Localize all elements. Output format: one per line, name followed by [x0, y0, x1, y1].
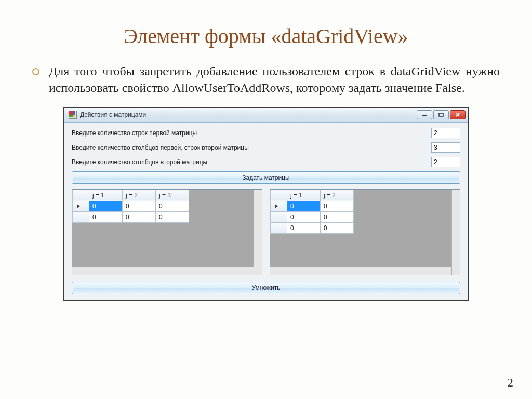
row-header[interactable]: [271, 201, 287, 211]
cell[interactable]: 0: [287, 211, 321, 222]
bullet-icon: [32, 68, 39, 75]
cell[interactable]: 0: [321, 211, 354, 222]
cell[interactable]: 0: [89, 211, 123, 222]
col-header[interactable]: j = 1: [287, 190, 321, 201]
row-header[interactable]: [73, 211, 89, 222]
col-header[interactable]: j = 2: [321, 190, 354, 201]
bullet-item: Для того чтобы запретить добавление поль…: [32, 63, 500, 97]
label-rows-first: Введите количество строк первой матрицы: [72, 129, 431, 137]
slide-title: Элемент формы «dataGridView»: [29, 24, 503, 48]
corner-header: [271, 190, 287, 201]
scrollbar-horizontal[interactable]: [72, 267, 254, 275]
window-titlebar[interactable]: Действия с матрицами: [64, 108, 468, 123]
row-header[interactable]: [271, 211, 287, 222]
scrollbar-horizontal[interactable]: [270, 267, 451, 275]
cell[interactable]: 0: [287, 201, 321, 211]
multiply-button[interactable]: Умножить: [72, 282, 460, 294]
slide-number: 2: [507, 376, 513, 390]
close-button[interactable]: [450, 110, 466, 119]
col-header[interactable]: j = 3: [156, 190, 189, 201]
set-matrices-button[interactable]: Задать матрицы: [72, 171, 460, 184]
window-title: Действия с матрицами: [80, 111, 417, 118]
cell[interactable]: 0: [156, 211, 189, 222]
maximize-button[interactable]: [433, 110, 449, 119]
cell[interactable]: 0: [123, 201, 156, 211]
row-indicator-icon: [275, 204, 278, 208]
label-cols-second: Введите количество столбцов второй матри…: [72, 158, 431, 166]
embedded-screenshot: Действия с матрицами Введите количество …: [63, 107, 469, 301]
minimize-button[interactable]: [417, 110, 432, 119]
row-header[interactable]: [271, 222, 287, 233]
input-cols-second[interactable]: [431, 157, 460, 167]
app-icon: [69, 111, 77, 119]
svg-rect-1: [439, 113, 443, 116]
col-header[interactable]: j = 1: [89, 190, 123, 201]
corner-header: [73, 190, 89, 201]
col-header[interactable]: j = 2: [123, 190, 156, 201]
row-header[interactable]: [73, 201, 89, 211]
datagridview-second[interactable]: j = 1 j = 2 0 0 0 0: [270, 189, 460, 275]
label-cols-first-rows-second: Введите количество столбцов первой, стро…: [72, 144, 431, 151]
cell[interactable]: 0: [89, 201, 123, 211]
scrollbar-vertical[interactable]: [451, 190, 460, 275]
input-rows-first[interactable]: [431, 128, 460, 138]
cell[interactable]: 0: [287, 222, 321, 233]
cell[interactable]: 0: [321, 222, 354, 233]
datagridview-first[interactable]: j = 1 j = 2 j = 3 0 0 0: [72, 189, 262, 275]
cell[interactable]: 0: [156, 201, 189, 211]
cell[interactable]: 0: [321, 201, 354, 211]
scrollbar-vertical[interactable]: [254, 190, 262, 275]
input-cols-first-rows-second[interactable]: [431, 142, 460, 153]
bullet-text: Для того чтобы запретить добавление поль…: [49, 63, 500, 97]
row-indicator-icon: [77, 204, 80, 208]
cell[interactable]: 0: [123, 211, 156, 222]
